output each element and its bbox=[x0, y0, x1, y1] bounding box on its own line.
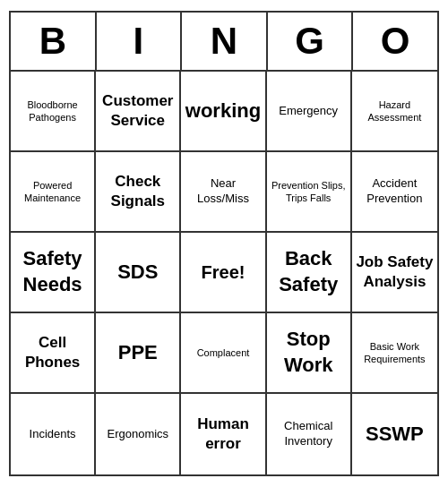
bingo-cell[interactable]: Free! bbox=[181, 233, 266, 313]
bingo-cell[interactable]: Prevention Slips, Trips Falls bbox=[267, 152, 352, 233]
bingo-cell[interactable]: Chemical Inventory bbox=[267, 394, 352, 474]
cell-text: SDS bbox=[117, 260, 158, 286]
bingo-cell[interactable]: Powered Maintenance bbox=[11, 152, 96, 233]
bingo-cell[interactable]: Near Loss/Miss bbox=[181, 152, 266, 233]
cell-text: Back Safety bbox=[271, 246, 347, 297]
bingo-cell[interactable]: SSWP bbox=[352, 394, 437, 474]
bingo-cell[interactable]: Safety Needs bbox=[11, 233, 96, 313]
cell-text: working bbox=[185, 98, 261, 124]
cell-text: Customer Service bbox=[99, 91, 176, 131]
cell-text: Check Signals bbox=[99, 172, 176, 211]
cell-text: Basic Work Requirements bbox=[356, 340, 434, 366]
header-letter: N bbox=[182, 13, 268, 70]
cell-text: Near Loss/Miss bbox=[185, 176, 261, 207]
cell-text: Complacent bbox=[197, 346, 250, 359]
bingo-cell[interactable]: Incidents bbox=[11, 394, 96, 474]
header-letter: I bbox=[97, 13, 183, 70]
cell-text: Emergency bbox=[279, 104, 338, 119]
cell-text: SSWP bbox=[366, 422, 424, 448]
bingo-cell[interactable]: Customer Service bbox=[96, 72, 181, 152]
cell-text: PPE bbox=[118, 340, 158, 366]
cell-text: Stop Work bbox=[271, 327, 347, 378]
header-letter: B bbox=[11, 13, 97, 70]
header-letter: G bbox=[268, 13, 354, 70]
header-letter: O bbox=[353, 13, 437, 70]
cell-text: Bloodborne Pathogens bbox=[14, 98, 90, 124]
bingo-cell[interactable]: Basic Work Requirements bbox=[352, 313, 437, 394]
bingo-cell[interactable]: Stop Work bbox=[267, 313, 352, 394]
bingo-cell[interactable]: working bbox=[181, 72, 266, 152]
bingo-cell[interactable]: Bloodborne Pathogens bbox=[11, 72, 96, 152]
bingo-cell[interactable]: PPE bbox=[96, 313, 181, 394]
cell-text: Powered Maintenance bbox=[14, 179, 90, 205]
cell-text: Ergonomics bbox=[107, 427, 168, 442]
bingo-grid: Bloodborne PathogensCustomer Servicework… bbox=[11, 72, 437, 474]
bingo-cell[interactable]: SDS bbox=[96, 233, 181, 313]
cell-text: Safety Needs bbox=[14, 246, 90, 297]
cell-text: Cell Phones bbox=[14, 333, 90, 372]
bingo-cell[interactable]: Cell Phones bbox=[11, 313, 96, 394]
cell-text: Hazard Assessment bbox=[356, 98, 434, 124]
bingo-cell[interactable]: Check Signals bbox=[96, 152, 181, 233]
cell-text: Incidents bbox=[30, 427, 76, 442]
cell-text: Human error bbox=[185, 414, 261, 454]
bingo-cell[interactable]: Ergonomics bbox=[96, 394, 181, 474]
bingo-header: BINGO bbox=[11, 13, 437, 72]
cell-text: Chemical Inventory bbox=[271, 419, 347, 449]
cell-text: Free! bbox=[202, 261, 246, 284]
bingo-cell[interactable]: Emergency bbox=[267, 72, 352, 152]
bingo-cell[interactable]: Human error bbox=[181, 394, 266, 474]
bingo-cell[interactable]: Hazard Assessment bbox=[352, 72, 437, 152]
cell-text: Accident Prevention bbox=[356, 176, 434, 207]
bingo-cell[interactable]: Back Safety bbox=[267, 233, 352, 313]
cell-text: Job Safety Analysis bbox=[356, 252, 434, 292]
bingo-cell[interactable]: Job Safety Analysis bbox=[352, 233, 437, 313]
bingo-cell[interactable]: Complacent bbox=[181, 313, 266, 394]
bingo-cell[interactable]: Accident Prevention bbox=[352, 152, 437, 233]
bingo-card: BINGO Bloodborne PathogensCustomer Servi… bbox=[9, 11, 439, 476]
cell-text: Prevention Slips, Trips Falls bbox=[271, 179, 347, 205]
